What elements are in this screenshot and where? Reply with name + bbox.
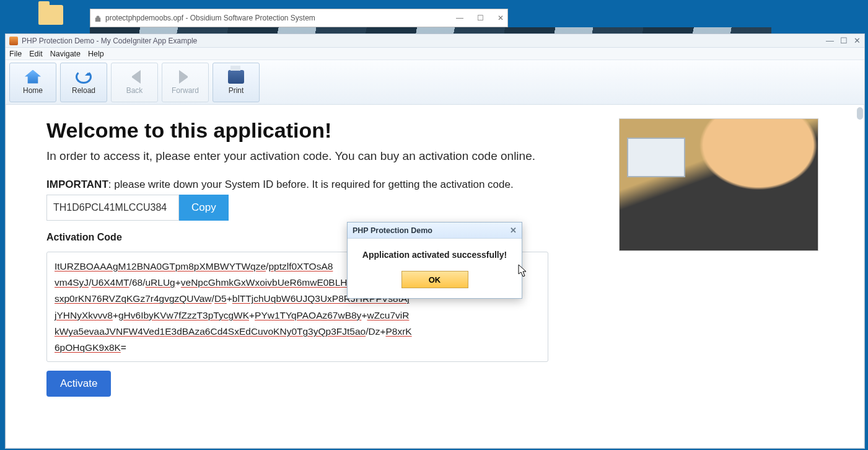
menu-edit[interactable]: Edit [29, 50, 43, 58]
background-window-title: protectphpdemoobs.opf - Obsidium Softwar… [105, 14, 315, 22]
dialog-message: Application activated successfully! [356, 250, 513, 260]
desktop-background: protectphpdemoobs.opf - Obsidium Softwar… [0, 0, 868, 450]
copy-button[interactable]: Copy [179, 195, 229, 221]
reload-button[interactable]: Reload [60, 63, 107, 102]
vertical-scrollbar[interactable] [857, 107, 863, 120]
back-button[interactable]: Back [111, 63, 158, 102]
forward-button[interactable]: Forward [162, 63, 209, 102]
maximize-icon[interactable]: ☐ [477, 14, 484, 22]
activation-dialog: PHP Protection Demo ✕ Application activa… [347, 222, 522, 299]
back-arrow-icon [125, 70, 141, 84]
reload-label: Reload [72, 86, 95, 95]
activate-button[interactable]: Activate [46, 371, 111, 397]
titlebar[interactable]: PHP Protection Demo - My CodeIgniter App… [6, 34, 864, 48]
page-lead: In order to access it, please enter your… [46, 148, 555, 165]
home-label: Home [23, 86, 43, 95]
close-icon[interactable]: ✕ [498, 14, 504, 22]
hero-image [619, 118, 818, 251]
menu-navigate[interactable]: Navigate [50, 50, 81, 58]
maximize-icon[interactable]: ☐ [840, 36, 848, 45]
home-icon [25, 70, 41, 84]
dialog-close-icon[interactable]: ✕ [510, 226, 517, 235]
dialog-titlebar[interactable]: PHP Protection Demo ✕ [348, 223, 522, 239]
forward-arrow-icon [179, 70, 195, 84]
dialog-ok-button[interactable]: OK [401, 271, 468, 288]
important-text: : please write down your System ID befor… [108, 179, 514, 190]
print-label: Print [229, 86, 244, 95]
lock-icon [94, 14, 102, 22]
dialog-title: PHP Protection Demo [353, 226, 432, 235]
menu-help[interactable]: Help [88, 50, 104, 58]
home-button[interactable]: Home [9, 63, 56, 102]
print-button[interactable]: Print [213, 63, 260, 102]
menubar[interactable]: File Edit Navigate Help [6, 48, 864, 60]
important-label: IMPORTANT [46, 179, 108, 190]
app-icon [9, 37, 18, 45]
minimize-icon[interactable]: — [826, 36, 834, 45]
background-window-titlebar: protectphpdemoobs.opf - Obsidium Softwar… [90, 9, 508, 27]
back-label: Back [126, 86, 143, 95]
print-icon [228, 70, 244, 84]
minimize-icon[interactable]: — [456, 14, 463, 22]
mouse-cursor-icon [518, 264, 528, 278]
background-window-controls[interactable]: — ☐ ✕ [456, 14, 504, 22]
desktop-folder-icon[interactable] [38, 5, 63, 25]
reload-icon [76, 70, 92, 84]
system-id-input[interactable] [46, 195, 179, 221]
forward-label: Forward [172, 86, 199, 95]
close-icon[interactable]: ✕ [854, 36, 861, 45]
window-title: PHP Protection Demo - My CodeIgniter App… [22, 37, 197, 45]
toolbar: Home Reload Back Forward Print [6, 60, 864, 105]
menu-file[interactable]: File [9, 50, 22, 58]
